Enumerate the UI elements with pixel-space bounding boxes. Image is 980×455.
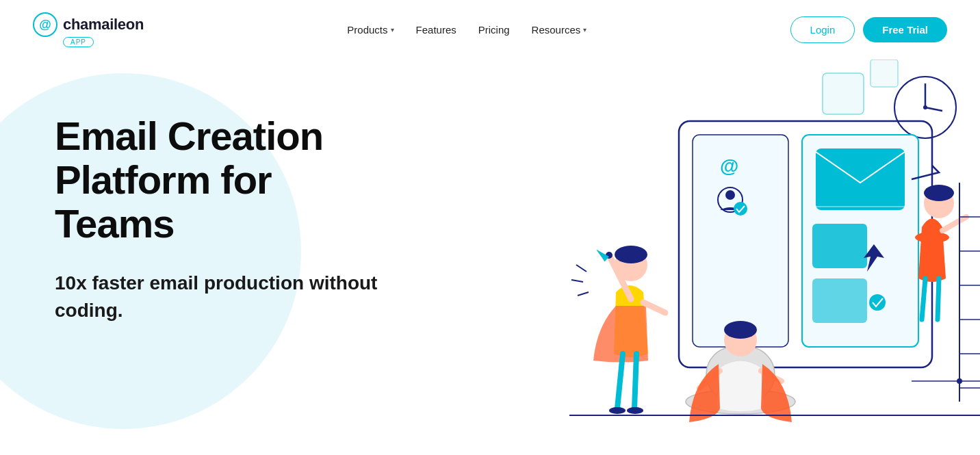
logo-name: chamaileon	[63, 16, 144, 34]
svg-point-43	[627, 407, 643, 414]
svg-rect-13	[816, 148, 905, 210]
svg-point-5	[923, 105, 927, 109]
nav-products[interactable]: Products ▾	[347, 24, 394, 36]
svg-rect-7	[693, 135, 788, 347]
svg-line-25	[922, 278, 925, 320]
svg-rect-0	[823, 73, 864, 114]
hero-section: Email Creation Platform for Teams 10x fa…	[0, 60, 980, 454]
login-button[interactable]: Login	[790, 16, 855, 43]
svg-line-64	[576, 265, 586, 272]
svg-point-42	[609, 407, 626, 414]
svg-point-11	[725, 190, 735, 200]
hero-content: Email Creation Platform for Teams 10x fa…	[0, 60, 383, 324]
svg-line-41	[634, 354, 636, 408]
svg-text:@: @	[720, 155, 738, 177]
svg-line-66	[578, 292, 589, 296]
svg-point-23	[924, 185, 954, 201]
nav-pricing[interactable]: Pricing	[478, 24, 510, 36]
svg-rect-16	[812, 278, 867, 323]
svg-marker-67	[597, 250, 609, 261]
free-trial-button[interactable]: Free Trial	[863, 17, 947, 42]
svg-point-17	[869, 294, 886, 311]
svg-line-26	[938, 278, 939, 320]
nav-resources[interactable]: Resources ▾	[532, 24, 587, 36]
logo[interactable]: @ chamaileon APP	[33, 12, 144, 47]
main-nav: Products ▾ Features Pricing Resources ▾	[347, 24, 586, 36]
site-header: @ chamaileon APP Products ▾ Features Pri…	[0, 0, 980, 60]
svg-line-65	[571, 280, 583, 282]
svg-point-36	[615, 246, 647, 263]
nav-features[interactable]: Features	[416, 24, 456, 36]
chevron-down-icon: ▾	[583, 26, 586, 34]
hero-subtitle: 10x faster email production without codi…	[55, 270, 383, 323]
hero-title: Email Creation Platform for Teams	[55, 114, 383, 245]
logo-badge: APP	[63, 37, 94, 47]
svg-line-39	[643, 302, 665, 313]
nav-actions: Login Free Trial	[790, 16, 947, 43]
svg-point-12	[734, 202, 747, 216]
svg-point-47	[724, 321, 757, 339]
svg-line-4	[925, 107, 942, 111]
svg-rect-15	[812, 224, 867, 268]
svg-line-24	[942, 217, 966, 231]
hero-illustration: @	[446, 60, 980, 454]
logo-at-icon: @	[33, 12, 57, 37]
chevron-down-icon: ▾	[391, 26, 394, 34]
hero-svg: @	[446, 60, 980, 454]
svg-rect-1	[871, 60, 898, 87]
